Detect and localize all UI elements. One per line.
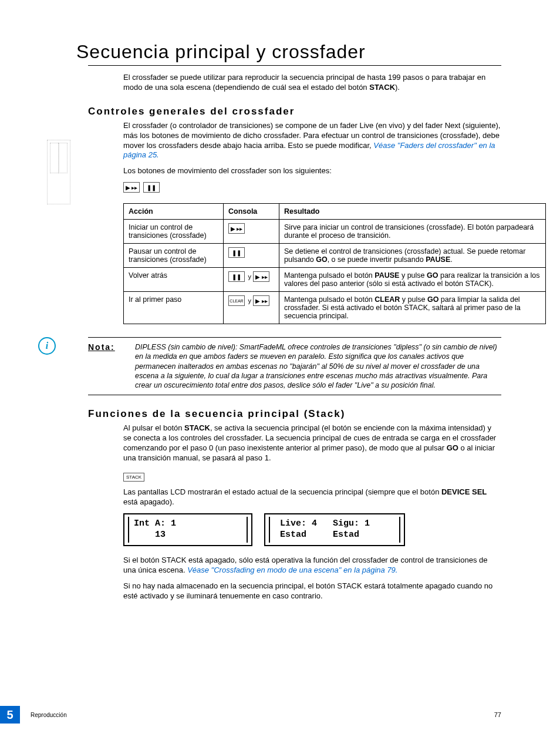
text: Mantenga pulsado el botón	[284, 271, 375, 280]
text: está apagado).	[123, 497, 174, 506]
lcd-screen-right: Live: 4 Sigu: 1 Estad Estad	[264, 513, 405, 546]
text-bold: GO	[427, 295, 438, 304]
text: .	[450, 255, 452, 264]
lcd-line: Int A: 1	[134, 519, 176, 529]
section1-p2: Los botones de movimiento del crossfader…	[123, 166, 501, 176]
cell-resultado: Se detiene el control de transiciones (c…	[279, 244, 546, 268]
cell-resultado: Mantenga pulsado el botón PAUSE y pulse …	[279, 268, 546, 292]
section1-p1: El crossfader (o controlador de transici…	[123, 121, 501, 161]
section2-p1: Al pulsar el botón STACK, se activa la s…	[123, 423, 501, 463]
go-button-icon: ▶ ▸▸	[253, 271, 269, 282]
footer-section-name: Reproducción	[31, 712, 494, 718]
text-bold: PAUSE	[426, 255, 450, 264]
page-title: Secuencia principal y crossfader	[76, 41, 501, 63]
y-connector: y	[248, 297, 251, 304]
cell-consola: ❚❚	[224, 244, 279, 268]
text: ).	[395, 83, 400, 92]
text-bold: CLEAR	[375, 295, 400, 304]
note-block: Nota: DIPLESS (sin cambio de nivel): Sma…	[88, 337, 501, 395]
section2-p2: Las pantallas LCD mostrarán el estado ac…	[123, 487, 501, 507]
section2-p3: Si el botón STACK está apagado, sólo est…	[123, 556, 501, 576]
pause-button-icon: ❚❚	[228, 271, 245, 282]
stack-button-icon: STACK	[123, 473, 144, 482]
text: Las pantallas LCD mostrarán el estado ac…	[123, 487, 441, 496]
note-text: DIPLESS (sin cambio de nivel): SmartFade…	[135, 342, 501, 390]
note-block-wrapper: i Nota: DIPLESS (sin cambio de nivel): S…	[47, 337, 501, 395]
lcd-content: Live: 4 Sigu: 1 Estad Estad	[269, 517, 400, 543]
lcd-screen-left: Int A: 1 13	[123, 513, 252, 546]
table-row: Volver atrás ❚❚ y ▶ ▸▸ Mantenga pulsado …	[124, 268, 546, 292]
text-bold: GO	[427, 271, 438, 280]
cell-resultado: Mantenga pulsado el botón CLEAR y pulse …	[279, 292, 546, 324]
info-icon: i	[38, 337, 56, 355]
chapter-number-tab: 5	[0, 706, 20, 724]
pause-button-icon: ❚❚	[143, 182, 160, 193]
text-bold: PAUSE	[375, 271, 399, 280]
cell-consola: CLEAR y ▶ ▸▸	[224, 292, 279, 324]
table-row: Iniciar un control de transiciones (cros…	[124, 220, 546, 244]
text-bold: GO	[316, 255, 327, 264]
pause-button-icon: ❚❚	[228, 247, 245, 258]
go-button-icon: ▶ ▸▸	[123, 182, 140, 193]
clear-button-icon: CLEAR	[228, 295, 245, 306]
page-footer: 5 Reproducción 77	[0, 706, 560, 724]
text: y pulse	[400, 295, 427, 304]
cell-accion: Ir al primer paso	[124, 292, 224, 324]
col-header-consola: Consola	[224, 204, 279, 220]
cell-accion: Volver atrás	[124, 268, 224, 292]
text-bold: GO	[447, 443, 458, 452]
cell-consola: ❚❚ y ▶ ▸▸	[224, 268, 279, 292]
table-row: Pausar un control de transiciones (cross…	[124, 244, 546, 268]
table-header-row: Acción Consola Resultado	[124, 204, 546, 220]
cross-reference-link[interactable]: Véase "Crossfading en modo de una escena…	[187, 566, 397, 574]
go-button-icon: ▶ ▸▸	[228, 223, 245, 234]
intro-paragraph: El crossfader se puede utilizar para rep…	[123, 73, 501, 93]
fader-diagram	[47, 140, 70, 204]
lcd-screens: Int A: 1 13 Live: 4 Sigu: 1 Estad Estad	[123, 513, 501, 546]
text: Al pulsar el botón	[123, 423, 184, 432]
lcd-content: Int A: 1 13	[128, 517, 248, 543]
lcd-line: 13	[134, 530, 166, 540]
cell-resultado: Sirve para iniciar un control de transic…	[279, 220, 546, 244]
section-heading-crossfader-controls: Controles generales del crossfader	[88, 106, 501, 117]
button-icon-row: ▶ ▸▸ ❚❚	[123, 182, 501, 193]
section2-p4: Si no hay nada almacenado en la secuenci…	[123, 581, 501, 601]
table-row: Ir al primer paso CLEAR y ▶ ▸▸ Mantenga …	[124, 292, 546, 324]
lcd-line: Live: 4 Sigu: 1	[275, 519, 370, 529]
page-number: 77	[494, 711, 501, 718]
col-header-accion: Acción	[124, 204, 224, 220]
text: El crossfader se puede utilizar para rep…	[123, 73, 485, 92]
text: Mantenga pulsado el botón	[284, 295, 375, 304]
col-header-resultado: Resultado	[279, 204, 546, 220]
text-bold: DEVICE SEL	[441, 487, 487, 496]
title-rule	[88, 65, 501, 66]
section-heading-stack-functions: Funciones de la secuencia principal (Sta…	[88, 408, 501, 420]
text: , o se puede invertir pulsando	[328, 255, 426, 264]
y-connector: y	[248, 273, 251, 280]
go-button-icon: ▶ ▸▸	[253, 295, 269, 306]
lcd-line: Estad Estad	[275, 530, 359, 540]
actions-table: Acción Consola Resultado Iniciar un cont…	[123, 203, 546, 324]
text-bold: STACK	[369, 83, 395, 92]
note-label: Nota:	[88, 342, 129, 390]
cell-accion: Iniciar un control de transiciones (cros…	[124, 220, 224, 244]
cell-accion: Pausar un control de transiciones (cross…	[124, 244, 224, 268]
text: y pulse	[399, 271, 427, 280]
cell-consola: ▶ ▸▸	[224, 220, 279, 244]
text-bold: STACK	[184, 423, 210, 432]
